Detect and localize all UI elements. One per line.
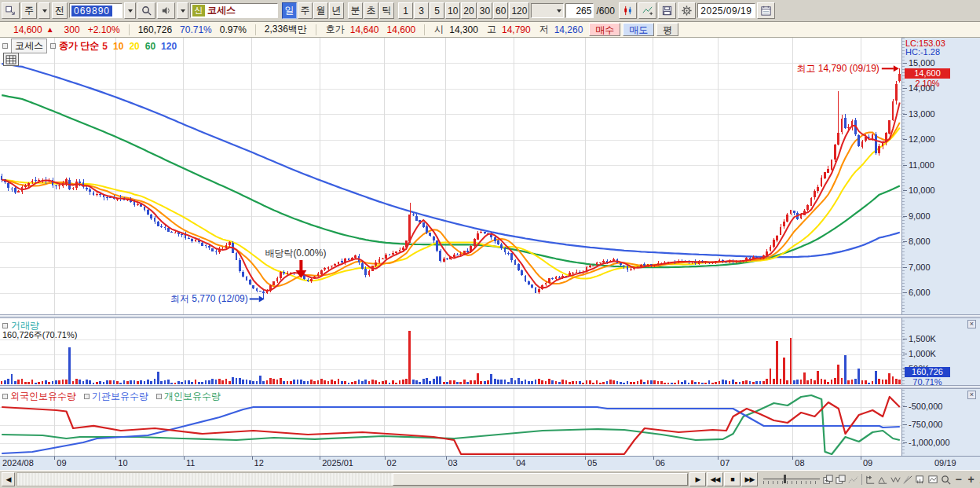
interval-button-120[interactable]: 120 <box>509 2 529 19</box>
axis-tool-icon[interactable] <box>865 473 876 486</box>
legend-stock-name: 코세스 <box>11 39 47 53</box>
calendar-icon[interactable] <box>757 2 775 19</box>
slider-thumb[interactable] <box>784 475 786 483</box>
speaker-icon[interactable] <box>157 2 175 19</box>
tab-period-1[interactable]: 주 <box>298 2 313 19</box>
speaker-dropdown-icon[interactable] <box>177 2 188 19</box>
date-label: 03 <box>448 458 458 468</box>
close-panel-icon[interactable]: × <box>967 320 976 328</box>
peak-tool-icon[interactable] <box>877 473 889 486</box>
wave-tool-icon[interactable] <box>890 473 901 486</box>
tab-period-2[interactable]: 월 <box>313 2 328 19</box>
ma-period-120: 120 <box>161 41 177 52</box>
date-tick <box>718 457 719 460</box>
zoom-tool-icon[interactable] <box>940 473 952 486</box>
slope-tool-icon[interactable] <box>902 473 914 486</box>
panel-splitter[interactable] <box>0 385 980 389</box>
code-dropdown-icon[interactable] <box>124 2 136 19</box>
play-button-icon[interactable]: ▶ <box>689 472 706 486</box>
price-change: 300 <box>64 24 80 35</box>
search-icon[interactable] <box>137 2 155 19</box>
sell-button[interactable]: 매도 <box>623 23 654 36</box>
fast-forward-button-icon[interactable]: ▶▶ <box>741 472 758 486</box>
chevron-down-icon <box>557 9 561 13</box>
tab-period-3[interactable]: 년 <box>329 2 344 19</box>
legend-marker-icon <box>2 323 8 328</box>
zoom-in-icon[interactable]: + <box>965 473 977 486</box>
divider <box>424 24 425 35</box>
chart-link-icon[interactable] <box>2 2 20 19</box>
date-tick <box>252 457 253 460</box>
interval-button-30[interactable]: 30 <box>477 2 492 19</box>
tab-time-2[interactable]: 틱 <box>379 2 394 19</box>
scrollbar-thumb[interactable] <box>393 473 688 486</box>
volume-chart[interactable] <box>0 318 901 385</box>
date-tick <box>54 457 55 460</box>
close-panel-icon[interactable]: × <box>967 391 976 399</box>
bottom-toolbar: ◀ ▶◀◀■▶▶ −+A <box>0 470 980 488</box>
period-dropdown-icon[interactable] <box>38 2 50 19</box>
volume-value: 160,726 <box>138 24 172 35</box>
tab-time-0[interactable]: 분 <box>348 2 363 19</box>
interval-button-60[interactable]: 60 <box>493 2 508 19</box>
ownership-legend-item-0: 외국인보유수량 <box>2 390 76 403</box>
svg-text:최고 14,790 (09/19): 최고 14,790 (09/19) <box>796 63 879 74</box>
panel-splitter[interactable] <box>0 314 980 318</box>
chart-scrollbar[interactable] <box>16 472 689 486</box>
ownership-panel[interactable]: 외국인보유수량기관보유수량개인보유수량 <box>0 389 901 456</box>
bar-tool-icon[interactable] <box>915 473 927 486</box>
date-label: 12 <box>254 458 264 468</box>
candle-style-icon[interactable] <box>619 2 637 19</box>
prev-stock-button[interactable]: 전 <box>52 2 68 19</box>
current-change-pct: 2.10% <box>905 79 950 88</box>
line-style-icon[interactable] <box>638 2 656 19</box>
save-icon[interactable] <box>658 2 676 19</box>
zoom-slider[interactable] <box>763 475 820 485</box>
date-label: 2024/08 <box>2 458 34 468</box>
period-quick-button[interactable]: 주 <box>21 2 37 19</box>
price-tick-label: 8,000 <box>909 237 931 246</box>
date-axis: 2024/08091011122025/01020304050607080909… <box>0 456 980 470</box>
interval-button-3[interactable]: 3 <box>414 2 429 19</box>
settings-gear-icon[interactable] <box>678 2 696 19</box>
scroll-left-icon[interactable]: ◀ <box>2 472 15 486</box>
chart-image-icon[interactable] <box>927 473 939 486</box>
tab-period-0[interactable]: 일 <box>282 2 297 19</box>
bar-count-input[interactable]: 265 <box>565 3 594 18</box>
interval-button-5[interactable]: 5 <box>430 2 444 19</box>
turnover-rate: 0.97% <box>220 24 247 35</box>
tile-windows-icon[interactable] <box>835 473 847 486</box>
buy-button[interactable]: 매수 <box>589 23 620 36</box>
legend-marker-icon <box>156 394 162 399</box>
stock-code-input[interactable]: 069890 <box>69 3 122 18</box>
date-label: 09 <box>57 458 66 468</box>
candlestick-chart[interactable]: 최고 14,790 (09/19)최저 5,770 (12/09)배당락(0.0… <box>0 38 901 314</box>
interval-button-1[interactable]: 1 <box>398 2 413 19</box>
avg-price-button[interactable]: 평 <box>656 23 678 36</box>
time-tabs: 분초틱 <box>348 2 394 19</box>
volume-tick-label: 1,000K <box>909 349 936 358</box>
stop-button-icon[interactable]: ■ <box>724 472 740 486</box>
stock-code-value: 069890 <box>71 6 112 17</box>
high-price: 14,790 <box>502 24 531 35</box>
date-input[interactable]: 2025/09/19 <box>697 3 755 18</box>
date-label: 06 <box>656 458 665 468</box>
date-label: 02 <box>387 458 397 468</box>
trendline-icon[interactable] <box>847 473 859 486</box>
volume-panel[interactable]: 거래량 160,726주(70.71%) <box>0 318 901 385</box>
interval-button-10[interactable]: 10 <box>445 2 460 19</box>
price-chart-panel[interactable]: 최고 14,790 (09/19)최저 5,770 (12/09)배당락(0.0… <box>0 38 901 314</box>
right-price-axis: LC:153.03 HC:-1.28 15,00014,00013,00012,… <box>901 38 980 456</box>
zoom-out-icon[interactable]: − <box>953 473 964 486</box>
date-tick <box>861 457 861 460</box>
cascade-windows-icon[interactable] <box>822 473 834 486</box>
rewind-button-icon[interactable]: ◀◀ <box>707 472 723 486</box>
divider <box>316 24 316 35</box>
new-listing-badge: 신 <box>192 5 205 17</box>
tab-time-1[interactable]: 초 <box>364 2 378 19</box>
ownership-legend-item-2: 개인보유수량 <box>156 390 221 403</box>
custom-interval-dropdown[interactable] <box>531 3 564 18</box>
grid-toggle-icon[interactable] <box>3 53 19 66</box>
date-label: 09 <box>863 458 872 468</box>
interval-button-20[interactable]: 20 <box>461 2 476 19</box>
